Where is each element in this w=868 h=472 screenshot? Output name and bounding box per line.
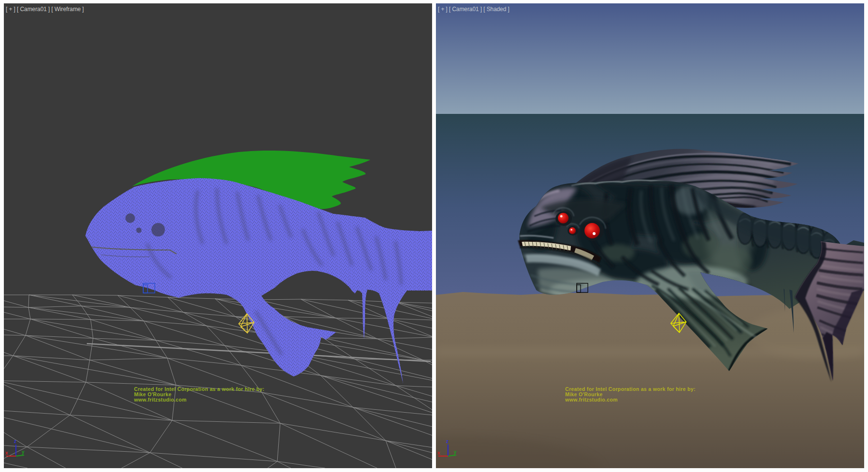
svg-text:y: y — [454, 449, 457, 455]
svg-text:y: y — [22, 449, 25, 455]
svg-text:www.fritzstudio.com: www.fritzstudio.com — [134, 397, 187, 403]
svg-text:z: z — [14, 439, 16, 444]
svg-text:z: z — [446, 439, 448, 444]
svg-text:x: x — [437, 450, 440, 456]
svg-text:www.fritzstudio.com: www.fritzstudio.com — [565, 397, 618, 403]
svg-text:[ + ] [ Camera01 ] [ Shaded ]: [ + ] [ Camera01 ] [ Shaded ] — [438, 6, 509, 13]
svg-text:x: x — [5, 450, 8, 456]
svg-text:[ + ] [ Camera01 ] [ Wireframe: [ + ] [ Camera01 ] [ Wireframe ] — [6, 6, 84, 13]
